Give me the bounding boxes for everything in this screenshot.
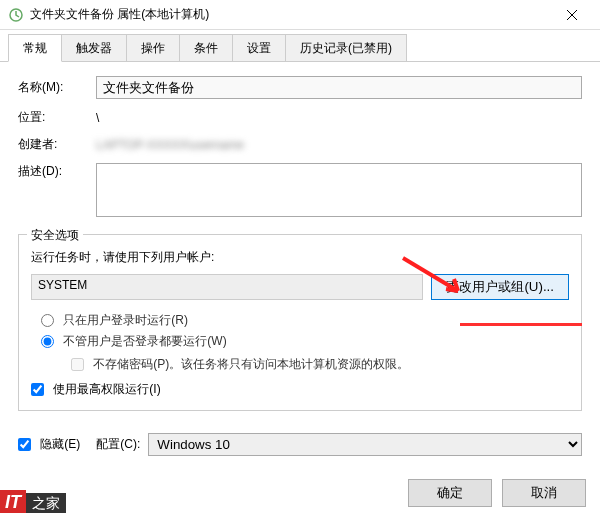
config-select[interactable]: Windows 10 [148, 433, 582, 456]
check-hidden[interactable]: 隐藏(E) [18, 436, 80, 453]
window-title: 文件夹文件备份 属性(本地计算机) [30, 6, 552, 23]
desc-label: 描述(D): [18, 163, 96, 180]
creator-label: 创建者: [18, 136, 96, 153]
radio-anytime[interactable]: 不管用户是否登录都要运行(W) [41, 333, 569, 350]
tab-strip: 常规 触发器 操作 条件 设置 历史记录(已禁用) [0, 34, 600, 62]
window-icon [8, 7, 24, 23]
security-prompt: 运行任务时，请使用下列用户帐户: [31, 249, 569, 266]
check-nopassword: 不存储密码(P)。该任务将只有访问本地计算机资源的权限。 [71, 356, 569, 373]
cancel-button[interactable]: 取消 [502, 479, 586, 507]
location-value: \ [96, 111, 582, 125]
tab-triggers[interactable]: 触发器 [61, 34, 127, 61]
tab-actions[interactable]: 操作 [126, 34, 180, 61]
name-input[interactable] [96, 76, 582, 99]
security-legend: 安全选项 [27, 227, 83, 244]
tab-settings[interactable]: 设置 [232, 34, 286, 61]
location-label: 位置: [18, 109, 96, 126]
config-label: 配置(C): [96, 436, 140, 453]
user-account-field: SYSTEM [31, 274, 423, 300]
radio-loggedon[interactable]: 只在用户登录时运行(R) [41, 312, 569, 329]
ok-button[interactable]: 确定 [408, 479, 492, 507]
watermark-logo: IT之家 [0, 492, 66, 513]
check-highest[interactable]: 使用最高权限运行(I) [31, 381, 569, 398]
creator-value: LAPTOP-XXXXX\username [96, 138, 582, 152]
tab-history[interactable]: 历史记录(已禁用) [285, 34, 407, 61]
annotation-underline [460, 323, 582, 326]
tab-general[interactable]: 常规 [8, 34, 62, 62]
tab-conditions[interactable]: 条件 [179, 34, 233, 61]
name-label: 名称(M): [18, 79, 96, 96]
close-button[interactable] [552, 0, 592, 30]
change-user-button[interactable]: 更改用户或组(U)... [431, 274, 569, 300]
desc-textarea[interactable] [96, 163, 582, 217]
